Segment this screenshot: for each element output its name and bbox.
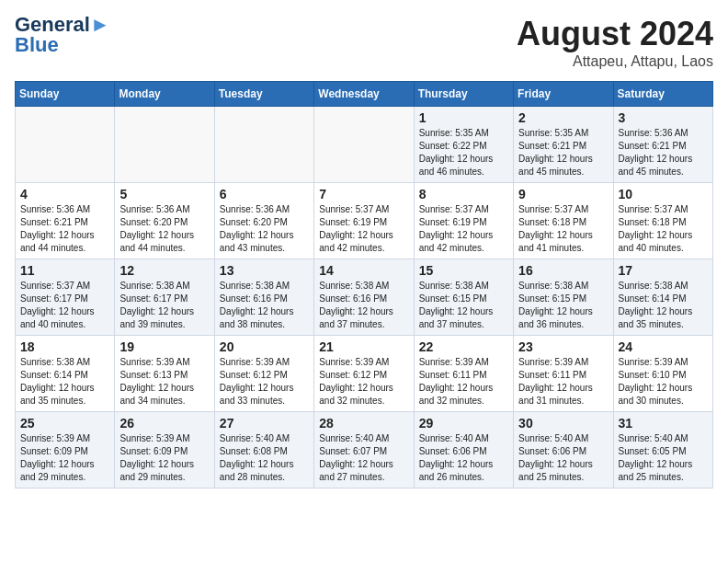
day-info: Sunrise: 5:39 AM Sunset: 6:11 PM Dayligh… — [518, 356, 608, 408]
calendar-cell: 31Sunrise: 5:40 AM Sunset: 6:05 PM Dayli… — [613, 412, 712, 488]
page-header: General► Blue August 2024 Attapeu, Attap… — [15, 15, 713, 70]
day-info: Sunrise: 5:38 AM Sunset: 6:16 PM Dayligh… — [220, 280, 309, 331]
day-info: Sunrise: 5:39 AM Sunset: 6:13 PM Dayligh… — [119, 356, 209, 408]
day-number: 2 — [518, 110, 608, 125]
day-number: 9 — [518, 187, 608, 201]
calendar-cell: 2Sunrise: 5:35 AM Sunset: 6:21 PM Daylig… — [514, 107, 613, 183]
day-number: 17 — [619, 263, 708, 278]
day-info: Sunrise: 5:38 AM Sunset: 6:15 PM Dayligh… — [419, 280, 508, 331]
day-number: 29 — [419, 416, 508, 431]
calendar-cell: 11Sunrise: 5:37 AM Sunset: 6:17 PM Dayli… — [16, 259, 115, 336]
day-info: Sunrise: 5:37 AM Sunset: 6:18 PM Dayligh… — [619, 203, 708, 255]
day-number: 28 — [319, 416, 408, 431]
day-number: 1 — [419, 110, 508, 125]
day-info: Sunrise: 5:39 AM Sunset: 6:12 PM Dayligh… — [220, 356, 309, 408]
day-info: Sunrise: 5:39 AM Sunset: 6:09 PM Dayligh… — [20, 432, 109, 484]
day-number: 15 — [419, 263, 508, 278]
day-info: Sunrise: 5:40 AM Sunset: 6:05 PM Dayligh… — [619, 432, 708, 484]
logo: General► Blue — [15, 15, 110, 55]
day-number: 10 — [619, 187, 708, 201]
column-header-thursday: Thursday — [414, 82, 513, 107]
calendar-cell — [214, 107, 313, 183]
week-row-2: 4Sunrise: 5:36 AM Sunset: 6:21 PM Daylig… — [16, 183, 713, 259]
calendar-cell: 23Sunrise: 5:39 AM Sunset: 6:11 PM Dayli… — [514, 336, 613, 412]
day-number: 24 — [619, 339, 708, 354]
day-number: 8 — [419, 187, 508, 201]
logo-blue: Blue — [15, 35, 59, 55]
day-info: Sunrise: 5:35 AM Sunset: 6:21 PM Dayligh… — [518, 127, 608, 178]
day-number: 23 — [518, 339, 608, 354]
day-number: 22 — [419, 339, 508, 354]
week-row-5: 25Sunrise: 5:39 AM Sunset: 6:09 PM Dayli… — [16, 412, 713, 488]
day-number: 3 — [619, 110, 708, 125]
day-info: Sunrise: 5:38 AM Sunset: 6:14 PM Dayligh… — [619, 280, 708, 331]
calendar-cell: 20Sunrise: 5:39 AM Sunset: 6:12 PM Dayli… — [214, 336, 313, 412]
day-number: 12 — [119, 263, 209, 278]
day-info: Sunrise: 5:40 AM Sunset: 6:06 PM Dayligh… — [518, 432, 608, 484]
day-info: Sunrise: 5:36 AM Sunset: 6:20 PM Dayligh… — [119, 203, 209, 255]
calendar-cell: 21Sunrise: 5:39 AM Sunset: 6:12 PM Dayli… — [314, 336, 414, 412]
calendar-cell: 9Sunrise: 5:37 AM Sunset: 6:18 PM Daylig… — [514, 183, 613, 259]
day-info: Sunrise: 5:37 AM Sunset: 6:17 PM Dayligh… — [20, 280, 109, 331]
calendar-cell: 22Sunrise: 5:39 AM Sunset: 6:11 PM Dayli… — [414, 336, 513, 412]
calendar-cell: 10Sunrise: 5:37 AM Sunset: 6:18 PM Dayli… — [613, 183, 712, 259]
calendar-cell: 15Sunrise: 5:38 AM Sunset: 6:15 PM Dayli… — [414, 259, 513, 336]
calendar-cell: 26Sunrise: 5:39 AM Sunset: 6:09 PM Dayli… — [115, 412, 214, 488]
day-info: Sunrise: 5:36 AM Sunset: 6:20 PM Dayligh… — [220, 203, 309, 255]
day-number: 25 — [20, 416, 109, 431]
day-info: Sunrise: 5:36 AM Sunset: 6:21 PM Dayligh… — [20, 203, 109, 255]
calendar-cell: 8Sunrise: 5:37 AM Sunset: 6:19 PM Daylig… — [414, 183, 513, 259]
calendar-cell — [314, 107, 414, 183]
day-number: 30 — [518, 416, 608, 431]
calendar-cell: 30Sunrise: 5:40 AM Sunset: 6:06 PM Dayli… — [514, 412, 613, 488]
column-header-wednesday: Wednesday — [314, 82, 414, 107]
calendar-cell: 24Sunrise: 5:39 AM Sunset: 6:10 PM Dayli… — [613, 336, 712, 412]
day-info: Sunrise: 5:40 AM Sunset: 6:06 PM Dayligh… — [419, 432, 508, 484]
calendar-cell: 17Sunrise: 5:38 AM Sunset: 6:14 PM Dayli… — [613, 259, 712, 336]
calendar-table: SundayMondayTuesdayWednesdayThursdayFrid… — [15, 81, 713, 488]
day-info: Sunrise: 5:38 AM Sunset: 6:17 PM Dayligh… — [119, 280, 209, 331]
column-header-saturday: Saturday — [613, 82, 712, 107]
column-header-friday: Friday — [514, 82, 613, 107]
calendar-cell: 4Sunrise: 5:36 AM Sunset: 6:21 PM Daylig… — [16, 183, 115, 259]
day-number: 7 — [319, 187, 408, 201]
calendar-cell — [16, 107, 115, 183]
title-block: August 2024 Attapeu, Attapu, Laos — [517, 15, 713, 70]
column-header-tuesday: Tuesday — [214, 82, 313, 107]
month-title: August 2024 — [517, 15, 713, 53]
day-info: Sunrise: 5:40 AM Sunset: 6:08 PM Dayligh… — [220, 432, 309, 484]
column-header-sunday: Sunday — [16, 82, 115, 107]
day-number: 5 — [119, 187, 209, 201]
week-row-3: 11Sunrise: 5:37 AM Sunset: 6:17 PM Dayli… — [16, 259, 713, 336]
calendar-cell: 1Sunrise: 5:35 AM Sunset: 6:22 PM Daylig… — [414, 107, 513, 183]
day-info: Sunrise: 5:39 AM Sunset: 6:10 PM Dayligh… — [619, 356, 708, 408]
calendar-cell: 14Sunrise: 5:38 AM Sunset: 6:16 PM Dayli… — [314, 259, 414, 336]
day-number: 4 — [20, 187, 109, 201]
day-info: Sunrise: 5:40 AM Sunset: 6:07 PM Dayligh… — [319, 432, 408, 484]
day-number: 27 — [220, 416, 309, 431]
day-number: 13 — [220, 263, 309, 278]
logo-text: General► — [15, 15, 110, 35]
calendar-cell: 27Sunrise: 5:40 AM Sunset: 6:08 PM Dayli… — [214, 412, 313, 488]
day-info: Sunrise: 5:36 AM Sunset: 6:21 PM Dayligh… — [619, 127, 708, 178]
day-info: Sunrise: 5:39 AM Sunset: 6:09 PM Dayligh… — [119, 432, 209, 484]
calendar-cell: 6Sunrise: 5:36 AM Sunset: 6:20 PM Daylig… — [214, 183, 313, 259]
day-number: 26 — [119, 416, 209, 431]
day-number: 31 — [619, 416, 708, 431]
column-header-monday: Monday — [115, 82, 214, 107]
calendar-cell: 13Sunrise: 5:38 AM Sunset: 6:16 PM Dayli… — [214, 259, 313, 336]
calendar-cell: 16Sunrise: 5:38 AM Sunset: 6:15 PM Dayli… — [514, 259, 613, 336]
week-row-1: 1Sunrise: 5:35 AM Sunset: 6:22 PM Daylig… — [16, 107, 713, 183]
day-info: Sunrise: 5:35 AM Sunset: 6:22 PM Dayligh… — [419, 127, 508, 178]
day-info: Sunrise: 5:39 AM Sunset: 6:12 PM Dayligh… — [319, 356, 408, 408]
calendar-cell: 7Sunrise: 5:37 AM Sunset: 6:19 PM Daylig… — [314, 183, 414, 259]
calendar-cell — [115, 107, 214, 183]
day-info: Sunrise: 5:37 AM Sunset: 6:18 PM Dayligh… — [518, 203, 608, 255]
day-number: 16 — [518, 263, 608, 278]
day-number: 11 — [20, 263, 109, 278]
day-info: Sunrise: 5:39 AM Sunset: 6:11 PM Dayligh… — [419, 356, 508, 408]
day-info: Sunrise: 5:38 AM Sunset: 6:16 PM Dayligh… — [319, 280, 408, 331]
calendar-cell: 29Sunrise: 5:40 AM Sunset: 6:06 PM Dayli… — [414, 412, 513, 488]
calendar-cell: 28Sunrise: 5:40 AM Sunset: 6:07 PM Dayli… — [314, 412, 414, 488]
calendar-cell: 25Sunrise: 5:39 AM Sunset: 6:09 PM Dayli… — [16, 412, 115, 488]
